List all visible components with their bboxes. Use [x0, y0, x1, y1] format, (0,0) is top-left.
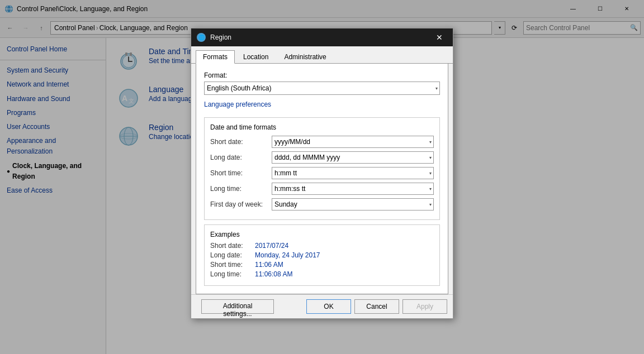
long-time-label: Long time:	[210, 185, 272, 193]
short-date-select[interactable]: yyyy/MM/dd	[272, 136, 434, 148]
long-date-select-wrapper: dddd, dd MMMM yyyy ▾	[272, 151, 434, 164]
ex-long-time-value: 11:06:08 AM	[255, 270, 292, 278]
ex-short-date-value: 2017/07/24	[255, 242, 288, 250]
additional-settings-button[interactable]: Additional settings...	[201, 299, 274, 314]
dialog-tabs: Formats Location Administrative	[191, 46, 453, 64]
short-time-label: Short time:	[210, 169, 272, 177]
apply-button[interactable]: Apply	[402, 299, 447, 314]
tab-location[interactable]: Location	[236, 50, 276, 64]
example-short-date: Short date: 2017/07/24	[210, 242, 434, 250]
long-date-row: Long date: dddd, dd MMMM yyyy ▾	[210, 151, 434, 164]
short-time-select-wrapper: h:mm tt ▾	[272, 167, 434, 179]
dialog-globe-icon: 🌐	[197, 33, 206, 42]
example-long-time: Long time: 11:06:08 AM	[210, 270, 434, 278]
ex-long-date-value: Monday, 24 July 2017	[255, 251, 320, 259]
dialog-title: Region	[210, 34, 432, 41]
cancel-button[interactable]: Cancel	[354, 299, 399, 314]
examples-title: Examples	[210, 231, 434, 238]
dialog-footer: Additional settings... OK Cancel Apply	[191, 294, 453, 318]
format-select-wrapper: English (South Africa) ▾	[204, 82, 440, 95]
example-short-time: Short time: 11:06 AM	[210, 261, 434, 269]
tab-formats[interactable]: Formats	[196, 50, 235, 64]
ex-long-date-label: Long date:	[210, 251, 255, 259]
short-date-select-wrapper: yyyy/MM/dd ▾	[272, 136, 434, 148]
dialog-action-buttons: OK Cancel Apply	[306, 299, 447, 314]
overlay: 🌐 Region ✕ Formats Location Administrati…	[0, 0, 644, 354]
long-time-row: Long time: h:mm:ss tt ▾	[210, 183, 434, 195]
ex-short-date-label: Short date:	[210, 242, 255, 250]
tab-administrative[interactable]: Administrative	[277, 50, 333, 64]
examples-section: Examples Short date: 2017/07/24 Long dat…	[204, 224, 440, 286]
ex-short-time-value: 11:06 AM	[255, 261, 283, 269]
first-day-label: First day of week:	[210, 200, 272, 208]
first-day-select-wrapper: Sunday ▾	[272, 198, 434, 211]
short-date-label: Short date:	[210, 138, 272, 146]
formats-section-title: Date and time formats	[210, 123, 434, 131]
format-select[interactable]: English (South Africa)	[204, 82, 440, 95]
dialog-titlebar: 🌐 Region ✕	[191, 28, 453, 46]
region-dialog: 🌐 Region ✕ Formats Location Administrati…	[191, 28, 453, 319]
long-time-select[interactable]: h:mm:ss tt	[272, 183, 434, 195]
short-time-select[interactable]: h:mm tt	[272, 167, 434, 179]
ok-button[interactable]: OK	[306, 299, 351, 314]
language-preferences-link[interactable]: Language preferences	[204, 101, 271, 108]
long-date-label: Long date:	[210, 154, 272, 161]
first-day-row: First day of week: Sunday ▾	[210, 198, 434, 211]
short-time-row: Short time: h:mm tt ▾	[210, 167, 434, 179]
long-date-select[interactable]: dddd, dd MMMM yyyy	[272, 151, 434, 164]
ex-long-time-label: Long time:	[210, 270, 255, 278]
first-day-select[interactable]: Sunday	[272, 198, 434, 211]
long-time-select-wrapper: h:mm:ss tt ▾	[272, 183, 434, 195]
format-label: Format:	[204, 71, 440, 79]
short-date-row: Short date: yyyy/MM/dd ▾	[210, 136, 434, 148]
dialog-close-button[interactable]: ✕	[432, 32, 447, 43]
formats-section: Date and time formats Short date: yyyy/M…	[204, 117, 440, 220]
example-long-date: Long date: Monday, 24 July 2017	[210, 251, 434, 259]
dialog-body: Format: English (South Africa) ▾ Languag…	[196, 64, 448, 294]
ex-short-time-label: Short time:	[210, 261, 255, 269]
